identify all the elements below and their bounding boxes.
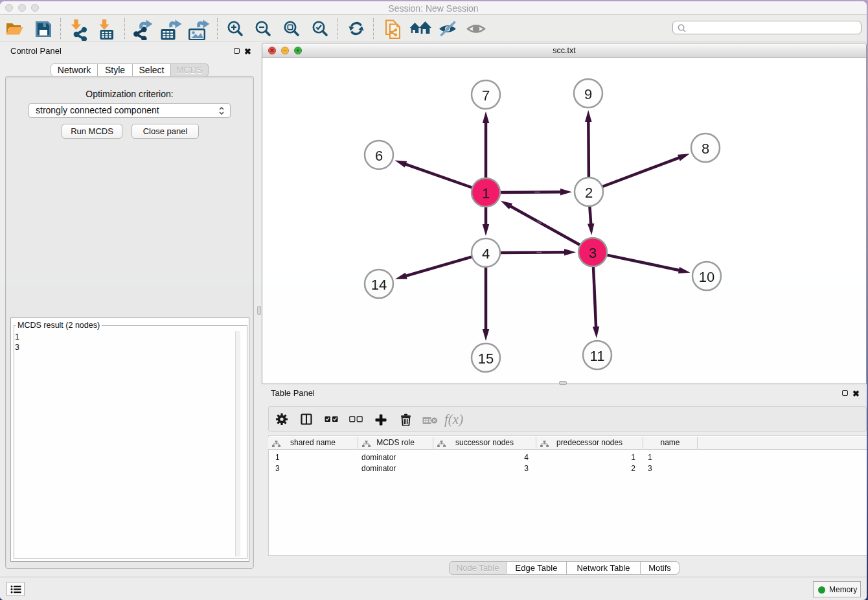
svg-text:1: 1 [482, 185, 490, 202]
svg-text:10: 10 [699, 269, 714, 285]
svg-text:7: 7 [482, 87, 490, 104]
svg-text:9: 9 [584, 86, 592, 102]
svg-text:14: 14 [371, 277, 387, 293]
svg-text:3: 3 [589, 245, 597, 261]
svg-text:8: 8 [702, 141, 709, 157]
svg-text:2: 2 [585, 185, 593, 201]
svg-text:11: 11 [590, 348, 605, 364]
svg-text:4: 4 [482, 246, 490, 262]
svg-text:15: 15 [478, 351, 494, 367]
svg-text:6: 6 [375, 148, 383, 164]
